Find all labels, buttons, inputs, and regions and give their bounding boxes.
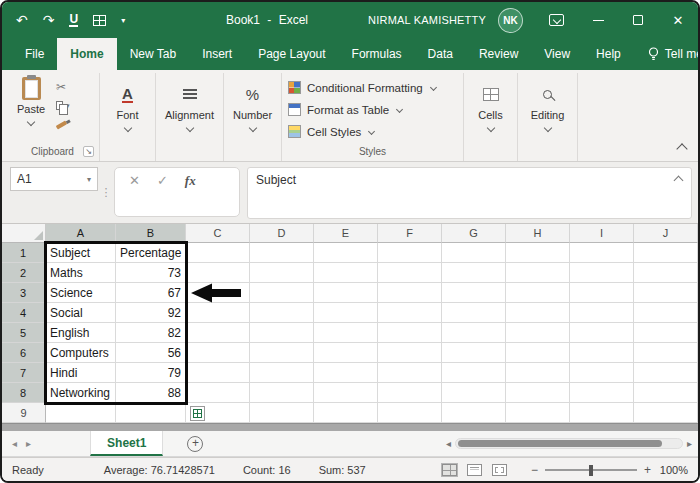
cell-C5[interactable] xyxy=(186,323,250,343)
avatar[interactable]: NK xyxy=(498,8,523,33)
cell-A8[interactable]: Networking xyxy=(46,383,116,403)
cell-E6[interactable] xyxy=(314,343,378,363)
cell-J9[interactable] xyxy=(634,403,698,423)
cell-J2[interactable] xyxy=(634,263,698,283)
account-name[interactable]: NIRMAL KAMISHETTY xyxy=(368,14,486,26)
cell-F5[interactable] xyxy=(378,323,442,343)
cell-F7[interactable] xyxy=(378,363,442,383)
cell-J1[interactable] xyxy=(634,243,698,263)
cell-J5[interactable] xyxy=(634,323,698,343)
row-header-3[interactable]: 3 xyxy=(2,283,46,303)
cell-H3[interactable] xyxy=(506,283,570,303)
cell-D7[interactable] xyxy=(250,363,314,383)
tab-page-layout[interactable]: Page Layout xyxy=(245,38,338,70)
cell-B3[interactable]: 67 xyxy=(116,283,186,303)
zoom-slider-thumb[interactable] xyxy=(589,465,593,476)
cell-G7[interactable] xyxy=(442,363,506,383)
cell-C6[interactable] xyxy=(186,343,250,363)
cell-E3[interactable] xyxy=(314,283,378,303)
cell-D6[interactable] xyxy=(250,343,314,363)
tab-new-tab[interactable]: New Tab xyxy=(117,38,189,70)
cell-B1[interactable]: Percentage xyxy=(116,243,186,263)
cell-B9[interactable] xyxy=(116,403,186,423)
cell-D3[interactable] xyxy=(250,283,314,303)
cell-D5[interactable] xyxy=(250,323,314,343)
tab-home[interactable]: Home xyxy=(57,38,116,70)
cell-I4[interactable] xyxy=(570,303,634,323)
ribbon-display-options-icon[interactable] xyxy=(549,14,564,26)
cell-styles-button[interactable]: Cell Styles xyxy=(286,121,459,142)
cell-H7[interactable] xyxy=(506,363,570,383)
page-break-view-button[interactable] xyxy=(492,464,507,476)
sheet-nav-left-icon[interactable]: ◂ xyxy=(12,438,17,449)
cell-D4[interactable] xyxy=(250,303,314,323)
scroll-left-icon[interactable]: ◂ xyxy=(446,438,451,449)
formula-input[interactable]: Subject xyxy=(247,167,692,219)
column-header-E[interactable]: E xyxy=(314,224,378,243)
cell-A4[interactable]: Social xyxy=(46,303,116,323)
page-layout-view-button[interactable] xyxy=(467,464,482,476)
cell-C1[interactable] xyxy=(186,243,250,263)
normal-view-button[interactable] xyxy=(442,464,457,476)
cell-A6[interactable]: Computers xyxy=(46,343,116,363)
cell-B5[interactable]: 82 xyxy=(116,323,186,343)
tell-me-button[interactable]: Tell me xyxy=(648,38,700,70)
tab-insert[interactable]: Insert xyxy=(189,38,245,70)
cell-A5[interactable]: English xyxy=(46,323,116,343)
select-all-corner[interactable] xyxy=(2,224,46,243)
cell-J7[interactable] xyxy=(634,363,698,383)
quick-analysis-button[interactable] xyxy=(190,406,205,421)
cell-A2[interactable]: Maths xyxy=(46,263,116,283)
cell-I6[interactable] xyxy=(570,343,634,363)
cell-B7[interactable]: 79 xyxy=(116,363,186,383)
column-header-F[interactable]: F xyxy=(378,224,442,243)
tab-review[interactable]: Review xyxy=(466,38,531,70)
clipboard-dialog-launcher-icon[interactable]: ↘ xyxy=(83,146,94,157)
cell-J6[interactable] xyxy=(634,343,698,363)
conditional-formatting-button[interactable]: Conditional Formatting xyxy=(286,77,459,98)
column-header-D[interactable]: D xyxy=(250,224,314,243)
cell-H1[interactable] xyxy=(506,243,570,263)
cell-B8[interactable]: 88 xyxy=(116,383,186,403)
add-sheet-button[interactable]: + xyxy=(187,436,203,452)
column-header-C[interactable]: C xyxy=(186,224,250,243)
collapse-formula-bar-icon[interactable] xyxy=(674,176,684,186)
cell-D2[interactable] xyxy=(250,263,314,283)
column-header-I[interactable]: I xyxy=(570,224,634,243)
cell-J4[interactable] xyxy=(634,303,698,323)
cell-J3[interactable] xyxy=(634,283,698,303)
cell-H9[interactable] xyxy=(506,403,570,423)
row-header-6[interactable]: 6 xyxy=(2,343,46,363)
cell-I7[interactable] xyxy=(570,363,634,383)
cell-H2[interactable] xyxy=(506,263,570,283)
close-button[interactable]: ✕ xyxy=(658,2,698,38)
cell-G5[interactable] xyxy=(442,323,506,343)
cell-A7[interactable]: Hindi xyxy=(46,363,116,383)
column-header-G[interactable]: G xyxy=(442,224,506,243)
column-header-J[interactable]: J xyxy=(634,224,698,243)
cell-F9[interactable] xyxy=(378,403,442,423)
cell-F1[interactable] xyxy=(378,243,442,263)
cell-F8[interactable] xyxy=(378,383,442,403)
customize-qat-icon[interactable]: ▾ xyxy=(121,16,125,25)
cell-I3[interactable] xyxy=(570,283,634,303)
cancel-icon[interactable]: ✕ xyxy=(129,174,140,187)
tab-view[interactable]: View xyxy=(531,38,583,70)
redo-icon[interactable]: ↷ xyxy=(43,13,55,27)
ribbon-group-alignment[interactable]: Alignment xyxy=(156,73,224,161)
copy-button[interactable]: ▾ xyxy=(56,98,70,113)
cell-G8[interactable] xyxy=(442,383,506,403)
cell-E4[interactable] xyxy=(314,303,378,323)
zoom-level[interactable]: 100% xyxy=(658,464,688,476)
cell-D1[interactable] xyxy=(250,243,314,263)
row-header-9[interactable]: 9 xyxy=(2,403,46,423)
ribbon-group-cells[interactable]: Cells xyxy=(464,73,518,161)
format-painter-button[interactable] xyxy=(56,117,70,132)
cell-B6[interactable]: 56 xyxy=(116,343,186,363)
scrollbar-thumb[interactable] xyxy=(458,440,662,447)
column-header-A[interactable]: A xyxy=(46,224,116,243)
zoom-slider[interactable] xyxy=(545,469,637,471)
cell-E8[interactable] xyxy=(314,383,378,403)
cell-E2[interactable] xyxy=(314,263,378,283)
cell-F3[interactable] xyxy=(378,283,442,303)
